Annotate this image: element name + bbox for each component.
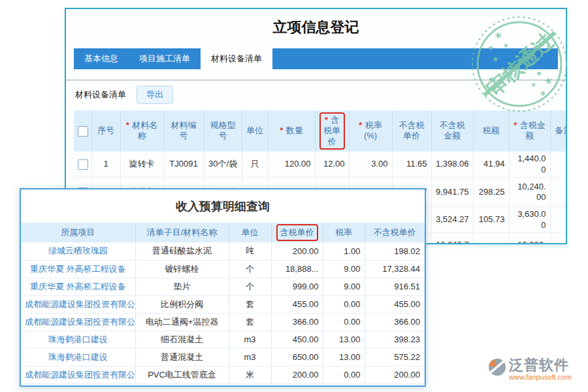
budget-cell: 916.51 <box>365 278 425 295</box>
back-column-header-4[interactable]: 单位 <box>242 110 268 152</box>
tab-0[interactable]: 基本信息 <box>74 48 129 69</box>
budget-row: 成都能源建设集团投资有限公比例积分阀套455.000.00455.00 <box>21 295 425 313</box>
budget-table: 所属项目清单子目/材料名称单位含税单价税率不含税单价 绿城云栖玫瑰园普通硅酸盐水… <box>21 223 425 384</box>
budget-cell: 455.00 <box>365 295 425 313</box>
project-link[interactable]: 珠海鹤港口建设 <box>21 348 135 366</box>
required-asterisk: * <box>325 115 328 125</box>
budget-cell: 200.00 <box>365 366 425 384</box>
front-column-header-5[interactable]: 不含税单价 <box>365 223 425 242</box>
material-cell <box>550 178 566 207</box>
material-cell: TJ0091 <box>163 152 204 178</box>
project-link[interactable]: 重庆华夏 外高桥工程设备 <box>21 278 135 295</box>
back-column-header-6[interactable]: * 含税单价 <box>315 110 349 152</box>
front-column-header-2[interactable]: 单位 <box>229 223 271 242</box>
project-link[interactable]: 成都能源建设集团投资有限公 <box>21 295 135 313</box>
budget-cell: 细石混凝土 <box>135 331 229 348</box>
project-link[interactable]: 绿城云栖玫瑰园 <box>21 242 135 260</box>
budget-cell: 普通混凝土 <box>135 348 229 366</box>
budget-cell: 575.22 <box>365 348 425 366</box>
back-column-header-10[interactable]: 税额 <box>473 110 509 152</box>
material-cell <box>550 233 566 244</box>
budget-row: 重庆华夏 外高桥工程设备镀锌螺栓个18,888...9.0017,328.44 <box>21 260 425 278</box>
material-row: 1旋转卡TJ009130个/袋只120.0012.003.0011.651,39… <box>74 152 566 178</box>
required-asterisk: * <box>514 120 517 130</box>
material-cell <box>550 207 566 233</box>
budget-row: 绿城云栖玫瑰园普通硅酸盐水泥吨200.001.00198.02 <box>21 242 425 260</box>
budget-cell: 套 <box>229 313 271 331</box>
project-link[interactable]: 重庆华夏 外高桥工程设备 <box>21 260 135 278</box>
budget-cell: 0.00 <box>323 313 365 331</box>
front-column-header-4[interactable]: 税率 <box>323 223 365 242</box>
back-column-header-12[interactable]: 备注 <box>550 110 566 152</box>
budget-cell: 398.23 <box>365 331 425 348</box>
budget-cell: 电动二通阀+温控器 <box>135 313 229 331</box>
budget-cell: 个 <box>229 260 271 278</box>
budget-cell: 垫片 <box>135 278 229 295</box>
budget-cell: 13.00 <box>323 348 365 366</box>
budget-cell: 9.00 <box>323 260 365 278</box>
budget-row: 珠海鹤港口建设普通混凝土m3650.0013.00575.22 <box>21 348 425 366</box>
front-column-header-0[interactable]: 所属项目 <box>21 223 135 242</box>
budget-cell: 吨 <box>229 242 271 260</box>
material-cell: 379.22 <box>473 233 509 244</box>
material-cell: 1,440.00 <box>509 152 550 178</box>
budget-cell: 13.00 <box>323 331 365 348</box>
budget-cell: 366.00 <box>271 313 323 331</box>
budget-cell: 18,888... <box>271 260 323 278</box>
tab-1[interactable]: 项目施工清单 <box>129 48 201 69</box>
budget-cell: 17,328.44 <box>365 260 425 278</box>
budget-cell: 9.00 <box>323 278 365 295</box>
back-column-header-2[interactable]: 材料编号 <box>163 110 204 152</box>
fanpu-logo-icon <box>487 357 507 377</box>
budget-cell: 999.00 <box>271 278 323 295</box>
budget-cell: 650.00 <box>271 348 323 366</box>
front-column-header-1[interactable]: 清单子目/材料名称 <box>135 223 229 242</box>
budget-cell: 0.00 <box>323 295 365 313</box>
front-column-header-3[interactable]: 含税单价 <box>271 223 323 242</box>
material-cell: 13,020.00 <box>509 233 550 244</box>
project-link[interactable]: 珠海鹤港口建设 <box>21 331 135 348</box>
budget-cell: 1.00 <box>323 242 365 260</box>
project-link[interactable]: 成都能源建设集团投资有限公 <box>21 366 135 384</box>
material-cell: 旋转卡 <box>120 152 163 178</box>
select-all-checkbox[interactable] <box>78 126 88 137</box>
page-title: 立项信息登记 <box>66 18 566 37</box>
budget-row: 成都能源建设集团投资有限公电动二通阀+温控器套366.000.00366.00 <box>21 313 425 331</box>
budget-cell: 比例积分阀 <box>135 295 229 313</box>
material-cell: 10,240.00 <box>509 178 550 207</box>
material-cell: 3,524.27 <box>431 207 473 233</box>
back-column-header-7[interactable]: * 税率(%) <box>349 110 392 152</box>
back-column-header-0[interactable]: 序号 <box>91 110 120 152</box>
back-column-header-11[interactable]: * 含税金额 <box>509 110 550 152</box>
back-column-header-1[interactable]: * 材料名称 <box>120 110 163 152</box>
material-cell: 11.65 <box>392 152 431 178</box>
budget-cell: 366.00 <box>365 313 425 331</box>
budget-cell: 套 <box>229 295 271 313</box>
tab-2[interactable]: 材料设备清单 <box>201 48 272 69</box>
material-cell: 120.00 <box>268 152 315 178</box>
back-column-header-8[interactable]: 不含税单价 <box>392 110 431 152</box>
project-link[interactable]: 成都能源建设集团投资有限公 <box>21 313 135 331</box>
budget-cell: PVC电工线管底盒 <box>135 366 229 384</box>
budget-row: 成都能源建设集团投资有限公PVC电工线管底盒米200.000.00200.00 <box>21 366 425 384</box>
material-cell: 12,640.78 <box>431 233 473 244</box>
required-asterisk: * <box>280 125 283 135</box>
budget-cell: 个 <box>229 278 271 295</box>
budget-cell: m3 <box>229 348 271 366</box>
query-window-title: 收入预算明细查询 <box>21 199 425 214</box>
logo-website-text: www.fanpusoft.com <box>509 373 571 381</box>
material-cell: 只 <box>242 152 268 178</box>
material-cell: 298.25 <box>473 178 509 207</box>
material-cell: 41.94 <box>473 152 509 178</box>
material-cell: 1,398.06 <box>431 152 473 178</box>
material-cell <box>550 152 566 178</box>
budget-row: 重庆华夏 外高桥工程设备垫片个999.009.00916.51 <box>21 278 425 295</box>
export-button[interactable]: 导出 <box>137 86 173 104</box>
budget-cell: 普通硅酸盐水泥 <box>135 242 229 260</box>
material-cell: 12.00 <box>315 152 349 178</box>
back-column-header-5[interactable]: * 数量 <box>268 110 315 152</box>
row-checkbox[interactable] <box>78 159 88 170</box>
material-cell: 3.00 <box>349 152 392 178</box>
back-column-header-3[interactable]: 规格型号 <box>204 110 242 152</box>
back-column-header-9[interactable]: 不含税金额 <box>431 110 473 152</box>
